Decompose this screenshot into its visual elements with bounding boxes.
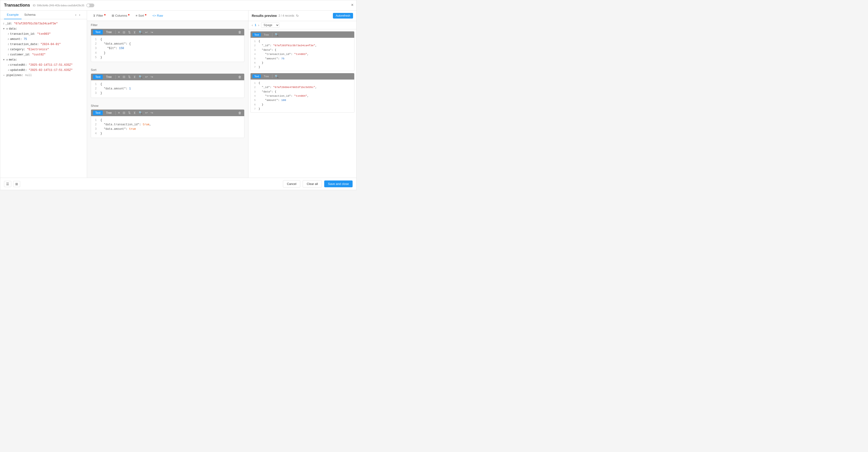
redo-icon[interactable]: ↪ bbox=[150, 74, 154, 79]
panel-toolbar: ‹ › bbox=[72, 10, 83, 19]
sort-lines-icon[interactable]: ⇅ bbox=[127, 111, 132, 115]
tree-row: ▼ ⊞ data: bbox=[3, 26, 84, 31]
nav-next-button[interactable]: › bbox=[78, 12, 81, 18]
align-justify-icon[interactable]: ⊟ bbox=[122, 74, 126, 79]
filter-icon[interactable]: ⊻ bbox=[132, 30, 137, 34]
results-content: Text Tree 🔍 1234567 { "_id": "67af265f01… bbox=[248, 29, 356, 178]
next-page-button[interactable]: › bbox=[258, 23, 259, 27]
filter-tree-tab[interactable]: Tree bbox=[104, 30, 114, 34]
redo-icon[interactable]: ↪ bbox=[150, 111, 154, 115]
align-left-icon[interactable]: ≡ bbox=[117, 30, 121, 34]
align-justify-icon[interactable]: ⊟ bbox=[122, 111, 126, 115]
result-card-toolbar: Text Tree 🔍 bbox=[251, 31, 354, 38]
autorefresh-button[interactable]: Autorefresh bbox=[333, 13, 353, 19]
tree-row: t transaction_date: "2024-04-01" bbox=[3, 42, 84, 47]
columns-dot bbox=[128, 14, 129, 16]
result-code-2: { "_id": "67af2669e478653f1bc5d35c", "da… bbox=[257, 81, 354, 111]
raw-tab-button[interactable]: <> Raw bbox=[150, 12, 165, 19]
tree-row: ⊙ updatedAt: "2025-02-14T11:17:51.635Z" bbox=[3, 68, 84, 73]
result-text-tab[interactable]: Text bbox=[252, 33, 261, 37]
tab-schema[interactable]: Schema bbox=[22, 10, 38, 19]
align-left-icon[interactable]: ≡ bbox=[117, 111, 121, 115]
show-line-numbers: 1234 bbox=[91, 118, 98, 136]
modal-footer: ☰ ⊞ Cancel Clear all Save and close bbox=[0, 178, 356, 190]
sort-dot bbox=[145, 14, 146, 16]
tab-example[interactable]: Example bbox=[4, 10, 22, 19]
tree-row: – pipelines: null bbox=[3, 73, 84, 78]
grid-view-button[interactable]: ⊞ bbox=[13, 181, 20, 187]
results-title: Results preview bbox=[252, 14, 277, 18]
align-justify-icon[interactable]: ⊟ bbox=[122, 30, 126, 34]
clear-button[interactable]: Clear all bbox=[303, 180, 322, 187]
tree-row: ⊙ createdAt: "2025-02-14T11:17:51.635Z" bbox=[3, 62, 84, 68]
prev-page-button[interactable]: ‹ bbox=[252, 23, 253, 27]
redo-icon[interactable]: ↪ bbox=[150, 30, 154, 34]
result-card-body: 1234567 { "_id": "67af2669e478653f1bc5d3… bbox=[251, 80, 354, 113]
show-text-tab[interactable]: Text bbox=[93, 111, 103, 115]
right-panel: Results preview 2 / 4 records ↻ Autorefr… bbox=[248, 10, 356, 178]
search-icon[interactable]: 🔍 bbox=[138, 74, 143, 79]
nav-prev-button[interactable]: ‹ bbox=[74, 12, 78, 18]
save-button[interactable]: Save and close bbox=[324, 180, 352, 187]
pagination-row: ‹ 1 › 5/page 10/page 20/page bbox=[248, 21, 356, 29]
left-tabs: Example Schema ‹ › bbox=[0, 10, 87, 19]
left-panel: Example Schema ‹ › t _id: "67af265f01c5b… bbox=[0, 10, 87, 178]
sort-lines-icon[interactable]: ⇅ bbox=[127, 30, 132, 34]
filter-text-tab[interactable]: Text bbox=[93, 30, 103, 34]
result-text-tab[interactable]: Text bbox=[252, 74, 261, 78]
sort-code-lines[interactable]: { "data.amount": 1 } bbox=[98, 82, 244, 96]
refresh-button[interactable]: ↻ bbox=[296, 14, 299, 18]
filter-section-label: Filter bbox=[87, 21, 248, 28]
per-page-select[interactable]: 5/page 10/page 20/page bbox=[261, 23, 279, 28]
align-left-icon[interactable]: ≡ bbox=[117, 74, 121, 79]
delete-icon[interactable]: 🗑 bbox=[237, 74, 242, 79]
toggle-switch[interactable] bbox=[86, 3, 94, 7]
result-card-toolbar: Text Tree 🔍 bbox=[251, 73, 354, 80]
sort-text-tab[interactable]: Text bbox=[93, 74, 103, 79]
show-code-body: 1234 { "data.transaction_id": true, "dat… bbox=[91, 116, 244, 138]
show-code-lines[interactable]: { "data.transaction_id": true, "data.amo… bbox=[98, 118, 244, 136]
sort-editor: Text Tree ≡ ⊟ ⇅ ⊻ 🔍 ↩ ↪ 🗑 123 bbox=[91, 73, 244, 98]
undo-icon[interactable]: ↩ bbox=[144, 74, 149, 79]
search-icon[interactable]: 🔍 bbox=[274, 74, 279, 79]
list-view-button[interactable]: ☰ bbox=[4, 181, 11, 187]
result-tree-tab[interactable]: Tree bbox=[262, 33, 271, 37]
filter-toolbar: Text Tree ≡ ⊟ ⇅ ⊻ 🔍 ↩ ↪ 🗑 bbox=[91, 29, 244, 35]
modal-id: ID: 598c9d4b-2f49-4f2b-bdea-cea5db429c35 bbox=[33, 4, 85, 7]
undo-icon[interactable]: ↩ bbox=[144, 30, 149, 34]
right-header: Results preview 2 / 4 records ↻ Autorefr… bbox=[248, 10, 356, 21]
filter-icon[interactable]: ⊻ bbox=[132, 111, 137, 115]
page-number: 1 bbox=[255, 24, 256, 27]
show-editor: Text Tree ≡ ⊟ ⇅ ⊻ 🔍 ↩ ↪ 🗑 1234 bbox=[91, 109, 244, 138]
close-button[interactable]: × bbox=[351, 3, 353, 7]
middle-header: ⊻ Filter ⊞ Columns ≡ Sort <> Raw bbox=[87, 10, 248, 21]
show-tree-tab[interactable]: Tree bbox=[104, 111, 114, 115]
result-card-body: 1234567 { "_id": "67af265f01c5b73a34ca4f… bbox=[251, 38, 354, 71]
result-tree-tab[interactable]: Tree bbox=[262, 74, 271, 78]
result-card: Text Tree 🔍 1234567 { "_id": "67af265f01… bbox=[250, 31, 354, 71]
search-icon[interactable]: 🔍 bbox=[138, 30, 143, 34]
columns-tab-button[interactable]: ⊞ Columns bbox=[109, 12, 132, 19]
delete-icon[interactable]: 🗑 bbox=[237, 30, 242, 34]
sort-code-body: 123 { "data.amount": 1 } bbox=[91, 80, 244, 98]
sort-section-label: Sort bbox=[87, 66, 248, 72]
delete-icon[interactable]: 🗑 bbox=[237, 111, 242, 115]
sort-tree-tab[interactable]: Tree bbox=[104, 74, 114, 79]
filter-code-lines[interactable]: { "data.amount": { "$lt": 150 } } bbox=[98, 37, 244, 60]
tree-row: t customer_id: "cust02" bbox=[3, 52, 84, 57]
filter-editor: Text Tree ≡ ⊟ ⇅ ⊻ 🔍 ↩ ↪ 🗑 12345 bbox=[91, 29, 244, 62]
search-icon[interactable]: 🔍 bbox=[274, 32, 279, 37]
tree-row: t category: "Electronics" bbox=[3, 47, 84, 52]
sort-lines-icon[interactable]: ⇅ bbox=[127, 74, 132, 79]
cancel-button[interactable]: Cancel bbox=[283, 180, 300, 187]
result-card: Text Tree 🔍 1234567 { "_id": "67af2669e4… bbox=[250, 73, 354, 113]
records-count: 2 / 4 records bbox=[279, 14, 294, 18]
search-icon[interactable]: 🔍 bbox=[138, 111, 143, 115]
filter-tab-button[interactable]: ⊻ Filter bbox=[91, 12, 108, 19]
filter-icon[interactable]: ⊻ bbox=[132, 74, 137, 79]
undo-icon[interactable]: ↩ bbox=[144, 111, 149, 115]
modal-title: Transactions bbox=[4, 3, 30, 8]
tree-row: t _id: "67af265f01c5b73a34ca4f3e" bbox=[3, 21, 84, 26]
tree-row: t transaction_id: "txn003" bbox=[3, 31, 84, 37]
sort-tab-button[interactable]: ≡ Sort bbox=[133, 12, 149, 19]
